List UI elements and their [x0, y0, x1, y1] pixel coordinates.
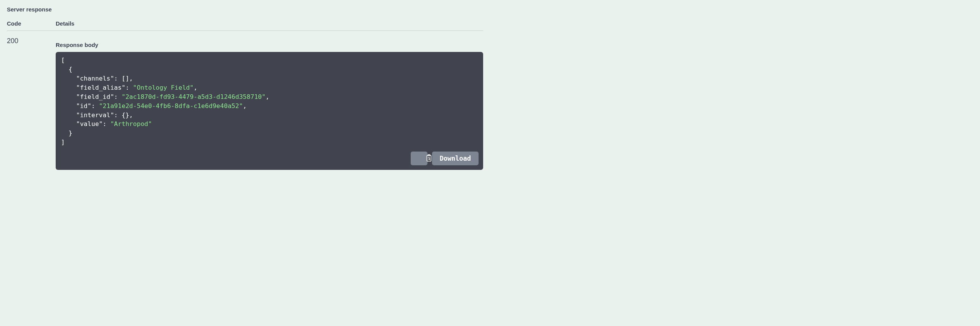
json-key-field-alias: "field_alias" — [76, 84, 125, 91]
json-val-value: "Arthropod" — [110, 120, 152, 127]
json-val-interval: {} — [122, 111, 129, 119]
copy-button[interactable] — [411, 152, 427, 165]
response-body-code: [ { "channels": [], "field_alias": "Onto… — [56, 52, 483, 170]
json-key-channels: "channels" — [76, 75, 114, 82]
table-row: 200 Response body [ { "channels": [], "f… — [7, 36, 483, 170]
column-header-details: Details — [56, 20, 483, 27]
column-header-code: Code — [7, 20, 56, 27]
json-val-id: "21a91e2d-54e0-4fb6-8dfa-c1e6d9e40a52" — [99, 102, 243, 110]
response-body-label: Response body — [56, 42, 483, 48]
json-val-channels: [] — [122, 75, 129, 82]
json-val-field-alias: "Ontology Field" — [133, 84, 194, 91]
json-val-field-id: "2ac1870d-fd93-4479-a5d3-d1246d358710" — [122, 93, 266, 100]
response-table: Code Details 200 Response body [ { "chan… — [7, 20, 483, 170]
status-code: 200 — [7, 36, 56, 45]
download-button[interactable]: Download — [432, 152, 479, 165]
json-key-interval: "interval" — [76, 111, 114, 119]
json-key-field-id: "field_id" — [76, 93, 114, 100]
section-title: Server response — [7, 6, 483, 13]
json-key-value: "value" — [76, 120, 103, 127]
clipboard-icon — [405, 148, 433, 169]
json-key-id: "id" — [76, 102, 92, 110]
table-header-row: Code Details — [7, 20, 483, 31]
